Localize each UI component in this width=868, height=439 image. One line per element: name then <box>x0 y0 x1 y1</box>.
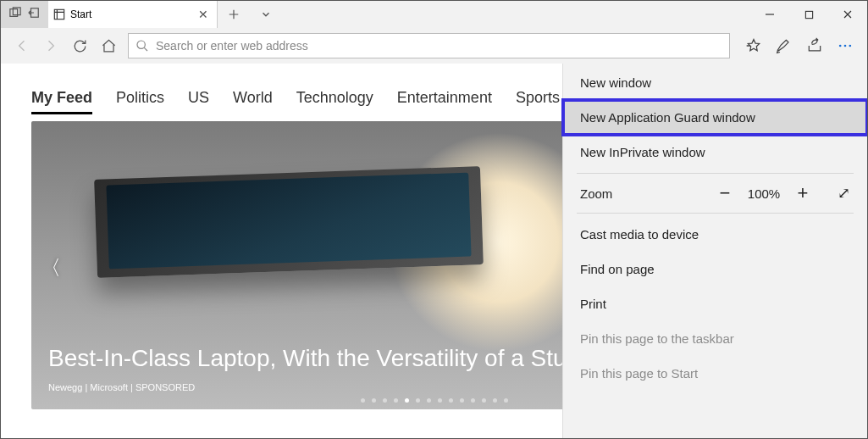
feed-tab-entertainment[interactable]: Entertainment <box>397 89 492 107</box>
back-button[interactable] <box>8 31 36 60</box>
feed-tab-sports[interactable]: Sports <box>516 89 560 107</box>
address-bar[interactable] <box>128 33 730 58</box>
menu-new-window[interactable]: New window <box>563 65 867 100</box>
tab-list-button[interactable] <box>250 1 282 28</box>
svg-point-6 <box>839 45 842 47</box>
favorites-button[interactable] <box>738 30 769 62</box>
set-aside-tabs-icon[interactable] <box>25 7 43 22</box>
hero-clock: 6:18 Sunday, June 18 <box>135 192 206 236</box>
tab-preview-controls <box>1 1 48 28</box>
zoom-out-button[interactable]: − <box>708 182 742 204</box>
menu-item-label: Pin this page to the taskbar <box>580 331 734 346</box>
share-button[interactable] <box>799 30 830 62</box>
menu-item-label: Find on page <box>580 262 655 276</box>
feed-tab-technology[interactable]: Technology <box>296 89 373 107</box>
search-icon <box>135 39 149 53</box>
feed-tab-myfeed[interactable]: My Feed <box>31 89 92 114</box>
menu-item-label: Pin this page to Start <box>580 366 698 381</box>
window-maximize-button[interactable] <box>789 1 828 28</box>
menu-print[interactable]: Print <box>563 286 867 321</box>
edge-logo-icon <box>53 8 65 20</box>
more-menu: New window New Application Guard window … <box>562 64 867 438</box>
tab-title: Start <box>70 8 198 20</box>
menu-new-application-guard-window[interactable]: New Application Guard window <box>563 100 867 135</box>
menu-item-label: Cast media to device <box>580 227 699 242</box>
window-minimize-button[interactable] <box>750 1 789 28</box>
menu-item-label: Print <box>580 297 606 311</box>
menu-zoom-row: Zoom − 100% + ⤢ <box>563 175 867 211</box>
hero-time: 6:18 <box>135 192 206 224</box>
svg-point-5 <box>137 41 145 48</box>
menu-divider <box>577 173 854 174</box>
titlebar-spacer <box>282 1 750 28</box>
menu-zoom-label: Zoom <box>580 186 708 201</box>
zoom-value: 100% <box>742 186 786 201</box>
new-tab-button[interactable] <box>218 1 250 28</box>
more-button[interactable] <box>830 30 860 62</box>
carousel-dots[interactable] <box>361 398 508 403</box>
fullscreen-button[interactable]: ⤢ <box>820 184 850 203</box>
feed-tab-politics[interactable]: Politics <box>116 89 164 107</box>
hero-date: Sunday, June 18 <box>136 223 206 236</box>
menu-pin-taskbar: Pin this page to the taskbar <box>563 321 867 356</box>
menu-new-inprivate-window[interactable]: New InPrivate window <box>563 135 867 169</box>
carousel-prev-icon[interactable]: 〈 <box>36 251 65 285</box>
svg-point-7 <box>844 45 847 47</box>
browser-tab[interactable]: Start ✕ <box>48 1 218 28</box>
svg-rect-3 <box>54 9 64 19</box>
titlebar: Start ✕ <box>1 1 867 28</box>
toolbar <box>1 28 867 64</box>
menu-cast-media[interactable]: Cast media to device <box>563 217 867 252</box>
svg-point-8 <box>849 45 852 47</box>
feed-tab-world[interactable]: World <box>233 89 273 107</box>
forward-button[interactable] <box>36 31 65 60</box>
menu-item-label: New InPrivate window <box>580 145 705 159</box>
menu-item-label: New window <box>580 75 651 90</box>
tab-close-icon[interactable]: ✕ <box>198 8 208 21</box>
menu-item-label: New Application Guard window <box>580 110 755 125</box>
menu-divider <box>577 213 854 214</box>
feed-tab-us[interactable]: US <box>188 89 209 107</box>
refresh-button[interactable] <box>65 31 94 60</box>
window-close-button[interactable] <box>828 1 867 28</box>
notes-button[interactable] <box>769 30 799 62</box>
home-button[interactable] <box>94 31 123 60</box>
svg-rect-4 <box>805 11 812 18</box>
show-tab-previews-icon[interactable] <box>6 7 25 22</box>
address-input[interactable] <box>156 34 729 58</box>
zoom-in-button[interactable]: + <box>786 182 820 204</box>
menu-pin-start: Pin this page to Start <box>563 356 867 391</box>
menu-find-on-page[interactable]: Find on page <box>563 252 867 286</box>
